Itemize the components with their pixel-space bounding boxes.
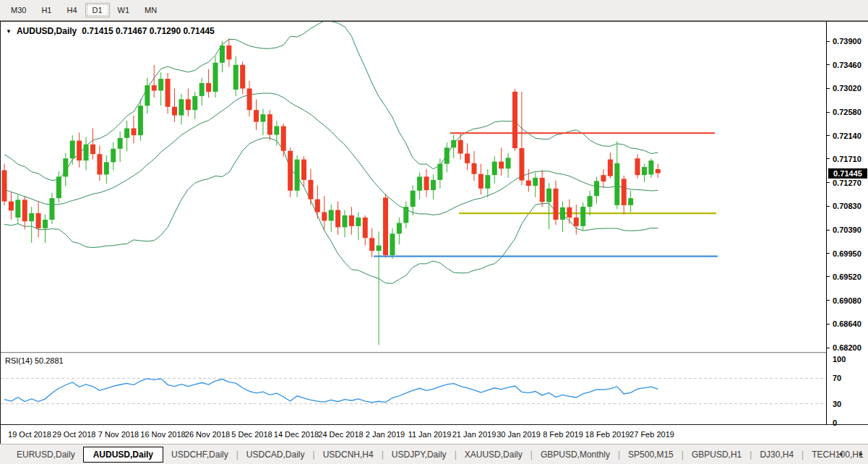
tab-usdcad-daily[interactable]: USDCAD,Daily: [239, 447, 313, 462]
tf-button-h4[interactable]: H4: [59, 3, 84, 17]
date-axis-label: 8 Feb 2019: [543, 430, 583, 439]
tab-scroll-right-icon[interactable]: ►: [858, 450, 864, 457]
tab-scroll-left-icon[interactable]: ◄: [837, 450, 843, 457]
rsi-indicator-label: RSI(14) 50.2881: [5, 356, 64, 365]
price-axis-tick: [827, 88, 830, 89]
date-axis-label: 16 Nov 2018: [140, 430, 185, 439]
price-axis-label: 0.68640: [833, 319, 861, 328]
price-axis-tick: [827, 324, 830, 325]
timeframe-toolbar: M30H1H4D1W1MN: [0, 0, 868, 21]
price-axis-label: 0.70390: [833, 225, 861, 234]
price-axis-label: 0.68200: [833, 343, 861, 352]
price-axis-label: 0.73460: [833, 61, 861, 69]
tf-button-m30[interactable]: M30: [4, 3, 33, 17]
tab-usdchf-daily[interactable]: USDCHF,Daily: [163, 447, 236, 462]
chart-symbol-label: AUDUSD,Daily: [17, 26, 77, 36]
price-axis-tick: [827, 135, 830, 136]
tf-button-mn[interactable]: MN: [137, 3, 164, 17]
price-axis-tick: [827, 276, 830, 277]
tf-button-d1[interactable]: D1: [85, 3, 110, 17]
current-price-badge: 0.71445: [828, 168, 867, 179]
date-axis: 19 Oct 201829 Oct 20187 Nov 201816 Nov 2…: [1, 425, 826, 444]
date-axis-label: 5 Dec 2018: [231, 430, 272, 439]
rsi-chart[interactable]: [1, 353, 826, 424]
tabs: EURUSD,DailyAUDUSD,DailyUSDCHF,Daily|USD…: [9, 447, 868, 463]
date-axis-label: 24 Dec 2018: [318, 430, 363, 439]
rsi-axis-label: 100: [833, 355, 846, 364]
price-axis-label: 0.72140: [833, 132, 861, 140]
price-axis-label: 0.69520: [833, 272, 861, 281]
rsi-axis-label: 70: [833, 374, 841, 382]
price-axis-tick: [827, 64, 830, 65]
price-axis-tick: [827, 112, 830, 113]
price-axis-tick: [827, 158, 830, 159]
price-axis-label: 0.69080: [833, 296, 861, 305]
date-axis-label: 14 Dec 2018: [274, 430, 319, 439]
tab-gbpusd-h1[interactable]: GBPUSD,H1: [684, 447, 749, 462]
tab-sp500-m15[interactable]: SP500,M15: [620, 447, 682, 462]
tf-button-h1[interactable]: H1: [34, 3, 59, 17]
date-axis-label: 26 Nov 2018: [185, 430, 230, 439]
date-axis-label: 11 Jan 2019: [408, 430, 452, 439]
date-axis-label: 2 Jan 2019: [366, 430, 405, 439]
tab-xauusd-daily[interactable]: XAUUSD,Daily: [457, 447, 530, 462]
price-axis-label: 0.69950: [833, 249, 861, 258]
price-axis-label: 0.73020: [833, 84, 861, 93]
price-axis-label: 0.71710: [833, 155, 861, 163]
chart-ohlc-values: 0.71415 0.71467 0.71290 0.71445: [82, 26, 215, 36]
date-axis-label: 7 Nov 2018: [98, 430, 139, 439]
price-axis-label: 0.73900: [833, 37, 861, 46]
tf-button-w1[interactable]: W1: [111, 3, 137, 17]
price-axis-label: 0.71270: [833, 179, 861, 187]
tab-usdcnh-h4[interactable]: USDCNH,H4: [315, 447, 382, 462]
tab-dj30-h4[interactable]: DJ30,H4: [752, 447, 802, 462]
chart-area: ▼ AUDUSD,Daily 0.71415 0.71467 0.71290 0…: [0, 21, 868, 444]
rsi-axis-label: 30: [833, 400, 841, 408]
tab-eurusd-daily[interactable]: EURUSD,Daily: [9, 447, 83, 462]
tab-audusd-daily[interactable]: AUDUSD,Daily: [83, 447, 163, 463]
price-axis-label: 0.72580: [833, 108, 861, 116]
date-axis-label: 19 Oct 2018: [8, 430, 51, 439]
date-axis-label: 29 Oct 2018: [53, 430, 96, 439]
rsi-axis-label: 0: [833, 418, 837, 427]
symbol-dropdown-icon[interactable]: ▼: [6, 28, 12, 35]
date-axis-label: 27 Feb 2019: [629, 430, 674, 439]
trading-terminal-window: M30H1H4D1W1MN ▼ AUDUSD,Daily 0.71415 0.7…: [0, 0, 868, 464]
price-axis-tick: [827, 41, 830, 42]
price-axis-tick: [827, 230, 830, 231]
tab-scroll-arrows: ◄ ►: [837, 450, 864, 457]
date-axis-label: 30 Jan 2019: [497, 430, 541, 439]
tab-bar: EURUSD,DailyAUDUSD,DailyUSDCHF,Daily|USD…: [0, 444, 868, 464]
price-axis-tick: [827, 182, 830, 183]
price-axis-tick: [827, 253, 830, 254]
price-axis-label: 0.70830: [833, 202, 861, 210]
price-chart[interactable]: [1, 22, 826, 352]
price-axis-tick: [827, 300, 830, 301]
tab-usdjpy-daily[interactable]: USDJPY,Daily: [384, 447, 455, 462]
price-axis-tick: [827, 348, 830, 348]
tab-gbpusd-monthly[interactable]: GBPUSD,Monthly: [533, 447, 618, 462]
date-axis-label: 21 Jan 2019: [452, 430, 497, 439]
price-axis: 0.71445 0.739000.734600.730200.725800.72…: [826, 22, 868, 424]
chart-title: ▼ AUDUSD,Daily 0.71415 0.71467 0.71290 0…: [6, 26, 215, 36]
price-axis-tick: [827, 206, 830, 207]
date-axis-label: 18 Feb 2019: [585, 430, 630, 439]
